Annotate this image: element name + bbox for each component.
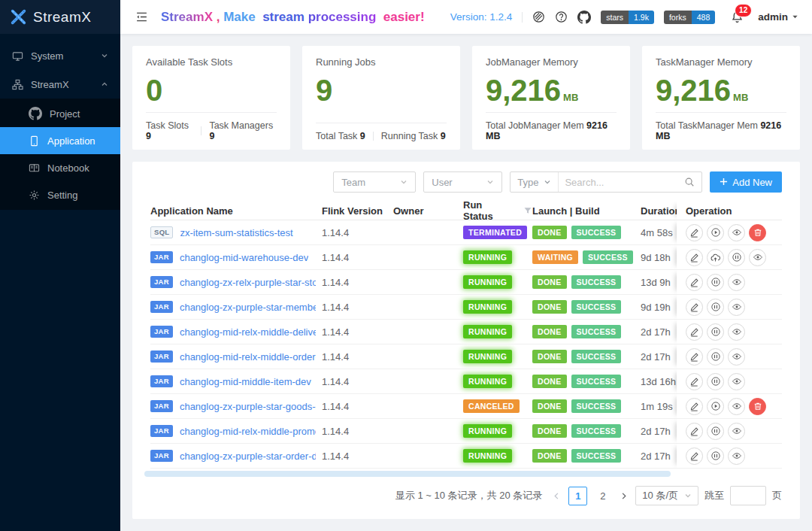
stat-card-value: 9,216MB xyxy=(656,75,786,105)
edit-icon xyxy=(689,302,699,312)
feather-icon[interactable] xyxy=(532,11,545,23)
launch-badge: DONE xyxy=(532,375,567,388)
search-input[interactable] xyxy=(559,177,684,188)
app-type-badge: JAR xyxy=(150,276,173,288)
application-link[interactable]: changlog-mid-middle-item-dev xyxy=(180,376,311,387)
eye-button[interactable] xyxy=(728,398,745,415)
launch-badge: DONE xyxy=(532,300,567,314)
application-link[interactable]: changlog-zx-relx-purple-star-store-dev xyxy=(180,277,316,288)
jump-page-input[interactable] xyxy=(730,486,766,505)
page-button-2[interactable]: 2 xyxy=(593,487,612,505)
eye-button[interactable] xyxy=(749,249,766,266)
build-badge: SUCCESS xyxy=(571,350,622,363)
stat-footer-item: Task Managers 9 xyxy=(209,120,277,141)
operation-cell xyxy=(677,344,782,369)
sidebar-item-notebook[interactable]: Notebook xyxy=(0,154,120,181)
pause-button[interactable] xyxy=(707,448,724,465)
forks-label: forks xyxy=(664,11,692,24)
eye-icon xyxy=(732,227,742,238)
sidebar-item-application[interactable]: Application xyxy=(0,127,120,154)
sidebar-item-streamx[interactable]: StreamX xyxy=(0,70,120,99)
application-link[interactable]: changlog-mid-relx-middle-deliver-dev xyxy=(180,326,316,338)
eye-button[interactable] xyxy=(728,348,745,366)
menu-fold-icon[interactable] xyxy=(135,11,148,23)
edit-button[interactable] xyxy=(686,323,703,341)
edit-button[interactable] xyxy=(686,299,703,316)
brand-name: StreamX xyxy=(33,9,91,26)
pause-button[interactable] xyxy=(707,274,724,291)
forks-badge[interactable]: forks 488 xyxy=(664,11,715,24)
help-icon[interactable] xyxy=(555,11,568,23)
pause-button[interactable] xyxy=(707,423,724,440)
flink-version-cell: 1.14.4 xyxy=(322,277,393,288)
stars-badge[interactable]: stars 1.9k xyxy=(601,11,654,24)
eye-button[interactable] xyxy=(728,373,745,390)
table-header-row: Application NameFlink VersionOwnerRun St… xyxy=(150,202,782,220)
application-link[interactable]: changlog-zx-purple-star-goods-dev xyxy=(180,401,316,412)
filter-icon[interactable] xyxy=(523,206,532,215)
application-link[interactable]: changlog-zx-purple-star-order-dev xyxy=(180,451,316,462)
cloud-upload-icon xyxy=(710,253,720,262)
column-header-flink-version[interactable]: Flink Version xyxy=(322,205,393,217)
user-menu[interactable]: admin xyxy=(758,11,798,23)
eye-button[interactable] xyxy=(728,323,745,341)
eye-button[interactable] xyxy=(728,448,745,465)
delete-button[interactable] xyxy=(749,398,766,415)
type-select[interactable]: Type xyxy=(511,172,559,192)
stat-card-3: TaskManager Memory9,216MBTotal TaskManag… xyxy=(642,46,800,150)
eye-button[interactable] xyxy=(728,274,745,291)
application-link[interactable]: changlog-mid-warehouse-dev xyxy=(180,252,308,263)
edit-button[interactable] xyxy=(686,224,703,241)
edit-button[interactable] xyxy=(686,348,703,366)
pause-button[interactable] xyxy=(728,249,745,266)
sidebar-item-label: Application xyxy=(47,135,95,147)
column-header-launch-build[interactable]: Launch | Build xyxy=(532,205,641,217)
team-select[interactable]: Team xyxy=(333,171,416,193)
divider xyxy=(522,12,523,23)
notifications-button[interactable]: 12 xyxy=(731,11,744,23)
pause-button[interactable] xyxy=(707,373,724,390)
column-header-run-status[interactable]: Run Status xyxy=(463,202,532,220)
eye-button[interactable] xyxy=(728,423,745,440)
horizontal-scrollbar[interactable] xyxy=(144,471,671,477)
pause-button[interactable] xyxy=(707,348,724,366)
apartment-icon xyxy=(12,79,23,90)
page-button-1[interactable]: 1 xyxy=(568,487,587,505)
play-button[interactable] xyxy=(707,224,724,241)
edit-button[interactable] xyxy=(686,249,703,266)
delete-button[interactable] xyxy=(749,224,766,241)
pause-button[interactable] xyxy=(707,323,724,341)
github-icon[interactable] xyxy=(577,11,591,24)
eye-button[interactable] xyxy=(728,299,745,316)
cloud-upload-button[interactable] xyxy=(707,249,724,266)
build-badge: SUCCESS xyxy=(571,375,622,388)
column-header-application-name[interactable]: Application Name xyxy=(150,205,322,217)
sidebar-item-system[interactable]: System xyxy=(0,41,120,70)
edit-button[interactable] xyxy=(686,448,703,465)
previous-page-button[interactable] xyxy=(551,492,562,500)
page-size-select[interactable]: 10 条/页 xyxy=(635,486,698,505)
edit-button[interactable] xyxy=(686,274,703,291)
page-title: StreamX , Make stream processing easier! xyxy=(161,10,425,25)
add-new-button[interactable]: Add New xyxy=(710,171,782,193)
sidebar-item-setting[interactable]: Setting xyxy=(0,181,120,208)
user-select[interactable]: User xyxy=(423,171,502,193)
edit-button[interactable] xyxy=(686,398,703,415)
application-link[interactable]: zx-item-sum-statistics-test xyxy=(180,227,292,238)
pause-button[interactable] xyxy=(707,299,724,316)
column-header-owner[interactable]: Owner xyxy=(393,205,463,217)
edit-button[interactable] xyxy=(686,423,703,440)
application-link[interactable]: changlog-mid-relx-middle-promotion-dev xyxy=(180,426,316,437)
search-icon[interactable] xyxy=(684,177,695,187)
application-link[interactable]: changlog-zx-purple-star-member-dev xyxy=(180,302,316,313)
sidebar-item-project[interactable]: Project xyxy=(0,100,120,127)
edit-button[interactable] xyxy=(686,373,703,390)
application-link[interactable]: changlog-mid-relx-middle-order-dev xyxy=(180,351,316,363)
eye-button[interactable] xyxy=(728,224,745,241)
run-status-cell: CANCELED xyxy=(463,399,532,413)
search-group: Type xyxy=(510,171,702,193)
next-page-button[interactable] xyxy=(618,492,629,500)
flink-version-cell: 1.14.4 xyxy=(322,426,393,437)
play-button[interactable] xyxy=(707,398,724,415)
launch-build-cell: DONESUCCESS xyxy=(532,399,641,413)
